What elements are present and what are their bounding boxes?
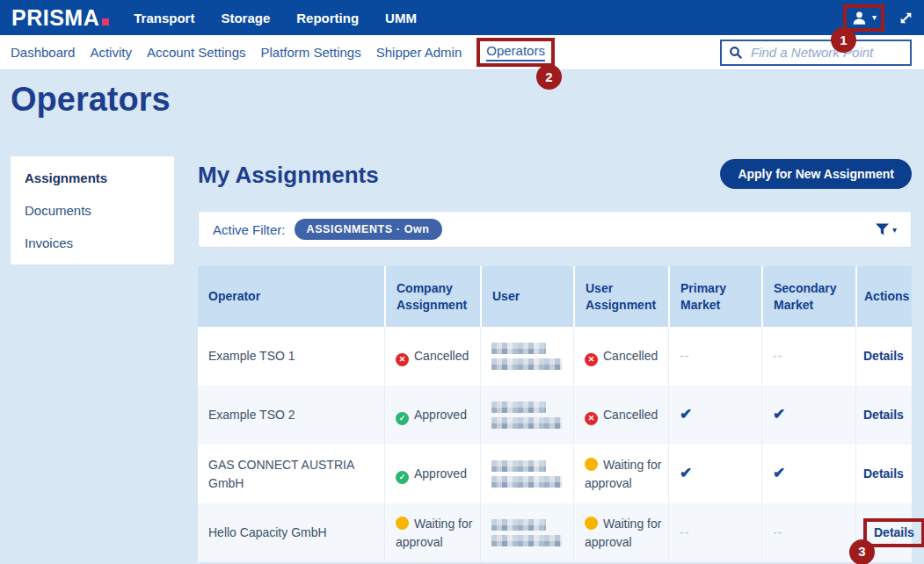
assignments-table-header: Operator Company Assignment User User As… bbox=[198, 266, 912, 327]
details-link[interactable]: Details bbox=[863, 347, 904, 365]
nav-item-transport[interactable]: Transport bbox=[134, 11, 194, 25]
secondary-market-cell: ✔ bbox=[761, 386, 855, 445]
nav-item-storage[interactable]: Storage bbox=[221, 11, 270, 25]
operators-page: PRISMA Transport Storage Reporting UMM ▾… bbox=[0, 0, 924, 564]
subnav-item-shipper-admin[interactable]: Shipper Admin bbox=[376, 45, 462, 60]
primary-market-cell: ✔ bbox=[668, 445, 761, 503]
prisma-logo[interactable]: PRISMA bbox=[11, 5, 109, 31]
top-navbar: PRISMA Transport Storage Reporting UMM ▾… bbox=[0, 0, 924, 35]
annotation-circle-2: 2 bbox=[536, 64, 562, 90]
redacted-user-name bbox=[491, 460, 562, 488]
status-cancelled: ✕Cancelled bbox=[396, 347, 469, 366]
no-market-dash: -- bbox=[680, 524, 689, 541]
column-header-secondary-market: Secondary Market bbox=[761, 266, 855, 327]
no-market-dash: -- bbox=[680, 347, 689, 365]
waiting-icon bbox=[585, 458, 598, 471]
subnav-item-platform-settings[interactable]: Platform Settings bbox=[260, 45, 360, 60]
status-waiting: Waiting for approval bbox=[396, 515, 477, 551]
filter-chip-assignments-own[interactable]: ASSIGNMENTS · Own bbox=[295, 219, 442, 240]
user-menu-button[interactable]: ▾ bbox=[851, 10, 877, 26]
details-link[interactable]: Details bbox=[863, 406, 904, 423]
waiting-icon bbox=[585, 517, 598, 530]
section-heading: My Assignments bbox=[198, 162, 379, 189]
user-assignment-cell: Waiting for approval bbox=[573, 503, 668, 562]
no-market-dash: -- bbox=[773, 524, 782, 541]
check-icon: ✔ bbox=[680, 463, 692, 485]
nav-item-reporting[interactable]: Reporting bbox=[296, 11, 359, 25]
cancelled-icon: ✕ bbox=[585, 412, 598, 425]
page-title: Operators bbox=[11, 81, 171, 119]
filter-bar: Active Filter: ASSIGNMENTS · Own ▾ bbox=[198, 211, 912, 248]
details-link[interactable]: Details bbox=[874, 524, 914, 541]
column-header-operator: Operator bbox=[198, 266, 384, 327]
redacted-user-name bbox=[491, 519, 562, 546]
primary-market-cell: -- bbox=[668, 327, 761, 386]
primary-market-cell: -- bbox=[668, 503, 761, 562]
no-market-dash: -- bbox=[773, 347, 782, 365]
status-approved: ✓Approved bbox=[396, 465, 467, 484]
user-assignment-cell: ✕Cancelled bbox=[573, 386, 668, 445]
subnav-item-activity[interactable]: Activity bbox=[90, 45, 132, 60]
secondary-nav: Dashboard Activity Account Settings Plat… bbox=[11, 38, 555, 67]
table-row: GAS CONNECT AUSTRIA GmbH✓ApprovedWaiting… bbox=[198, 445, 912, 503]
user-assignment-cell: Waiting for approval bbox=[573, 445, 668, 503]
topbar-right: ▾ 1 bbox=[843, 4, 913, 32]
annotation-box-3: Details3 bbox=[863, 518, 924, 546]
network-point-search bbox=[720, 40, 912, 66]
subnav-item-operators[interactable]: Operators bbox=[486, 43, 545, 61]
table-row: Example TSO 2✓Approved✕Cancelled✔✔Detail… bbox=[198, 386, 912, 445]
approved-icon: ✓ bbox=[396, 412, 409, 425]
status-waiting: Waiting for approval bbox=[585, 456, 665, 492]
sidebar-item-assignments[interactable]: Assignments bbox=[11, 162, 174, 194]
expand-fullscreen-icon[interactable] bbox=[899, 11, 913, 25]
check-icon: ✔ bbox=[680, 404, 692, 426]
annotation-box-2: Operators 2 bbox=[477, 38, 555, 67]
redacted-user-name bbox=[491, 343, 562, 370]
check-icon: ✔ bbox=[773, 463, 785, 485]
operator-cell: Example TSO 2 bbox=[198, 386, 384, 445]
table-row: Hello Capacity GmbHWaiting for approvalW… bbox=[198, 503, 912, 562]
annotation-circle-1: 1 bbox=[831, 27, 856, 53]
redacted-user-name bbox=[491, 401, 562, 429]
company-assignment-cell: ✓Approved bbox=[384, 445, 480, 503]
assignments-table: Operator Company Assignment User User As… bbox=[198, 266, 912, 562]
chevron-down-icon: ▾ bbox=[872, 13, 877, 22]
user-cell bbox=[480, 327, 573, 386]
company-assignment-cell: Waiting for approval bbox=[384, 503, 480, 562]
company-assignment-cell: ✓Approved bbox=[384, 386, 480, 445]
subnav-item-dashboard[interactable]: Dashboard bbox=[11, 45, 75, 60]
annotation-circle-3: 3 bbox=[849, 539, 875, 564]
brand-text: PRISMA bbox=[11, 5, 99, 31]
cancelled-icon: ✕ bbox=[585, 353, 598, 366]
check-icon: ✔ bbox=[773, 404, 785, 426]
waiting-icon bbox=[396, 517, 409, 530]
user-cell bbox=[480, 386, 573, 445]
actions-cell: Details bbox=[855, 445, 912, 503]
nav-item-umm[interactable]: UMM bbox=[385, 11, 417, 25]
actions-cell: Details bbox=[855, 386, 912, 445]
chevron-down-icon: ▾ bbox=[892, 225, 897, 235]
user-cell bbox=[480, 503, 573, 562]
actions-cell: Details3 bbox=[855, 503, 912, 562]
search-input[interactable] bbox=[751, 45, 903, 60]
operator-cell: Example TSO 1 bbox=[198, 327, 384, 386]
user-cell bbox=[480, 445, 573, 503]
user-assignment-cell: ✕Cancelled bbox=[573, 327, 668, 386]
operator-cell: GAS CONNECT AUSTRIA GmbH bbox=[198, 445, 384, 503]
active-filter-label: Active Filter: bbox=[213, 222, 286, 237]
column-header-actions: Actions bbox=[855, 266, 912, 327]
status-cancelled: ✕Cancelled bbox=[585, 406, 658, 425]
details-link[interactable]: Details bbox=[863, 465, 904, 482]
sidebar-item-documents[interactable]: Documents bbox=[11, 194, 174, 227]
column-header-user: User bbox=[480, 266, 573, 327]
apply-new-assignment-button[interactable]: Apply for New Assignment bbox=[720, 159, 912, 189]
sidebar-item-invoices[interactable]: Invoices bbox=[11, 227, 174, 259]
company-assignment-cell: ✕Cancelled bbox=[384, 327, 480, 386]
table-row: Example TSO 1✕Cancelled✕Cancelled----Det… bbox=[198, 327, 912, 386]
filter-menu-button[interactable]: ▾ bbox=[876, 223, 897, 235]
secondary-market-cell: -- bbox=[761, 327, 855, 386]
user-icon bbox=[851, 10, 868, 26]
approved-icon: ✓ bbox=[396, 471, 409, 484]
subnav-item-account-settings[interactable]: Account Settings bbox=[147, 45, 246, 60]
column-header-company-assignment: Company Assignment bbox=[384, 266, 480, 327]
